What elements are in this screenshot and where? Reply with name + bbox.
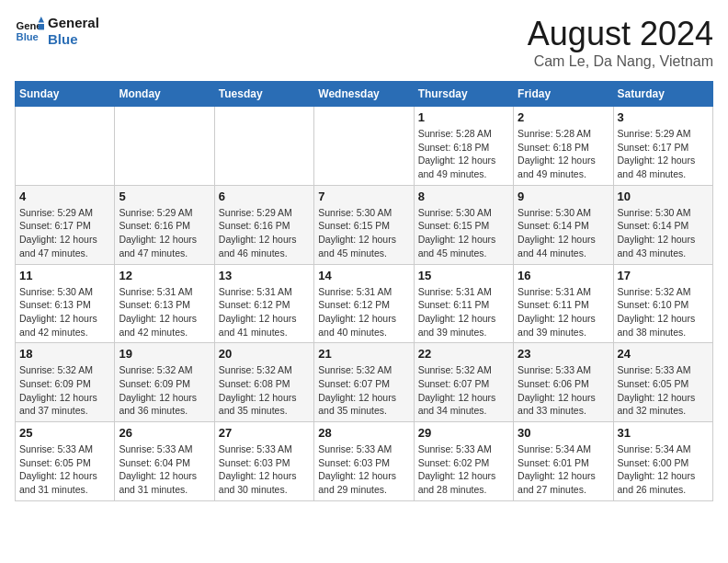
day-info: Sunrise: 5:32 AM Sunset: 6:10 PM Dayligh…: [618, 285, 709, 339]
day-info: Sunrise: 5:31 AM Sunset: 6:12 PM Dayligh…: [318, 285, 409, 339]
day-number: 13: [219, 269, 310, 282]
day-info: Sunrise: 5:31 AM Sunset: 6:13 PM Dayligh…: [119, 285, 210, 339]
week-row-5: 25Sunrise: 5:33 AM Sunset: 6:05 PM Dayli…: [16, 422, 713, 501]
day-number: 14: [318, 269, 409, 282]
day-number: 19: [119, 347, 210, 361]
day-number: 7: [318, 190, 409, 203]
weekday-header-saturday: Saturday: [613, 82, 712, 107]
calendar-cell: 24Sunrise: 5:33 AM Sunset: 6:05 PM Dayli…: [613, 343, 712, 422]
calendar-cell: 15Sunrise: 5:31 AM Sunset: 6:11 PM Dayli…: [414, 264, 513, 343]
day-number: 26: [119, 426, 210, 440]
title-area: August 2024 Cam Le, Da Nang, Vietnam: [528, 15, 713, 70]
calendar-cell: 20Sunrise: 5:32 AM Sunset: 6:08 PM Dayli…: [214, 343, 313, 422]
day-number: 4: [19, 190, 110, 203]
day-number: 2: [518, 110, 609, 124]
day-number: 24: [618, 347, 709, 361]
week-row-3: 11Sunrise: 5:30 AM Sunset: 6:13 PM Dayli…: [16, 264, 713, 343]
day-info: Sunrise: 5:34 AM Sunset: 6:01 PM Dayligh…: [518, 442, 609, 497]
day-info: Sunrise: 5:28 AM Sunset: 6:18 PM Dayligh…: [418, 127, 509, 181]
calendar-cell: 10Sunrise: 5:30 AM Sunset: 6:14 PM Dayli…: [613, 185, 712, 264]
day-info: Sunrise: 5:31 AM Sunset: 6:12 PM Dayligh…: [219, 285, 310, 339]
svg-text:Blue: Blue: [17, 31, 39, 42]
svg-marker-2: [39, 17, 44, 22]
day-info: Sunrise: 5:33 AM Sunset: 6:05 PM Dayligh…: [19, 442, 110, 497]
day-info: Sunrise: 5:31 AM Sunset: 6:11 PM Dayligh…: [418, 285, 509, 339]
calendar-cell: 5Sunrise: 5:29 AM Sunset: 6:16 PM Daylig…: [115, 185, 214, 264]
day-number: 9: [518, 190, 609, 203]
weekday-header-tuesday: Tuesday: [214, 82, 313, 107]
day-number: 8: [418, 190, 509, 203]
day-info: Sunrise: 5:30 AM Sunset: 6:15 PM Dayligh…: [418, 206, 509, 260]
calendar-cell: 31Sunrise: 5:34 AM Sunset: 6:00 PM Dayli…: [613, 422, 712, 501]
calendar-cell: 16Sunrise: 5:31 AM Sunset: 6:11 PM Dayli…: [514, 264, 613, 343]
calendar-cell: 7Sunrise: 5:30 AM Sunset: 6:15 PM Daylig…: [314, 185, 414, 264]
calendar-cell: 1Sunrise: 5:28 AM Sunset: 6:18 PM Daylig…: [414, 107, 513, 186]
day-number: 20: [219, 347, 310, 361]
calendar-cell: 21Sunrise: 5:32 AM Sunset: 6:07 PM Dayli…: [314, 343, 414, 422]
weekday-header-friday: Friday: [514, 82, 613, 107]
calendar-cell: 9Sunrise: 5:30 AM Sunset: 6:14 PM Daylig…: [514, 185, 613, 264]
day-info: Sunrise: 5:33 AM Sunset: 6:02 PM Dayligh…: [418, 442, 509, 497]
day-info: Sunrise: 5:31 AM Sunset: 6:11 PM Dayligh…: [518, 285, 609, 339]
day-info: Sunrise: 5:33 AM Sunset: 6:03 PM Dayligh…: [219, 442, 310, 497]
weekday-header-monday: Monday: [115, 82, 214, 107]
week-row-1: 1Sunrise: 5:28 AM Sunset: 6:18 PM Daylig…: [16, 107, 713, 186]
day-info: Sunrise: 5:33 AM Sunset: 6:03 PM Dayligh…: [318, 442, 409, 497]
calendar-cell: 25Sunrise: 5:33 AM Sunset: 6:05 PM Dayli…: [16, 422, 115, 501]
main-title: August 2024: [528, 15, 713, 53]
day-number: 22: [418, 347, 509, 361]
day-info: Sunrise: 5:30 AM Sunset: 6:14 PM Dayligh…: [518, 206, 609, 260]
day-number: 21: [318, 347, 409, 361]
day-number: 31: [618, 426, 709, 440]
calendar-cell: 14Sunrise: 5:31 AM Sunset: 6:12 PM Dayli…: [314, 264, 414, 343]
calendar-cell: 22Sunrise: 5:32 AM Sunset: 6:07 PM Dayli…: [414, 343, 513, 422]
day-info: Sunrise: 5:29 AM Sunset: 6:17 PM Dayligh…: [19, 206, 110, 260]
day-info: Sunrise: 5:33 AM Sunset: 6:06 PM Dayligh…: [518, 363, 609, 418]
day-info: Sunrise: 5:33 AM Sunset: 6:05 PM Dayligh…: [618, 363, 709, 418]
day-number: 15: [418, 269, 509, 282]
week-row-4: 18Sunrise: 5:32 AM Sunset: 6:09 PM Dayli…: [16, 343, 713, 422]
logo-blue: Blue: [48, 31, 99, 48]
calendar-cell: 26Sunrise: 5:33 AM Sunset: 6:04 PM Dayli…: [115, 422, 214, 501]
calendar-cell: 18Sunrise: 5:32 AM Sunset: 6:09 PM Dayli…: [16, 343, 115, 422]
day-number: 10: [618, 190, 709, 203]
subtitle: Cam Le, Da Nang, Vietnam: [528, 53, 713, 70]
day-number: 16: [518, 269, 609, 282]
calendar-cell: 27Sunrise: 5:33 AM Sunset: 6:03 PM Dayli…: [214, 422, 313, 501]
day-number: 6: [219, 190, 310, 203]
calendar-cell: 23Sunrise: 5:33 AM Sunset: 6:06 PM Dayli…: [514, 343, 613, 422]
week-row-2: 4Sunrise: 5:29 AM Sunset: 6:17 PM Daylig…: [16, 185, 713, 264]
calendar-cell: [314, 107, 414, 186]
calendar-cell: 2Sunrise: 5:28 AM Sunset: 6:18 PM Daylig…: [514, 107, 613, 186]
calendar-cell: 29Sunrise: 5:33 AM Sunset: 6:02 PM Dayli…: [414, 422, 513, 501]
day-number: 17: [618, 269, 709, 282]
calendar-cell: 6Sunrise: 5:29 AM Sunset: 6:16 PM Daylig…: [214, 185, 313, 264]
weekday-header-sunday: Sunday: [16, 82, 115, 107]
day-info: Sunrise: 5:33 AM Sunset: 6:04 PM Dayligh…: [119, 442, 210, 497]
day-number: 3: [618, 110, 709, 124]
calendar-cell: 28Sunrise: 5:33 AM Sunset: 6:03 PM Dayli…: [314, 422, 414, 501]
day-info: Sunrise: 5:32 AM Sunset: 6:09 PM Dayligh…: [119, 363, 210, 418]
day-info: Sunrise: 5:32 AM Sunset: 6:09 PM Dayligh…: [19, 363, 110, 418]
day-number: 27: [219, 426, 310, 440]
logo: General Blue General Blue: [15, 15, 99, 48]
day-number: 18: [19, 347, 110, 361]
day-info: Sunrise: 5:32 AM Sunset: 6:07 PM Dayligh…: [418, 363, 509, 418]
day-number: 1: [418, 110, 509, 124]
day-info: Sunrise: 5:30 AM Sunset: 6:13 PM Dayligh…: [19, 285, 110, 339]
day-info: Sunrise: 5:29 AM Sunset: 6:16 PM Dayligh…: [119, 206, 210, 260]
calendar-cell: 30Sunrise: 5:34 AM Sunset: 6:01 PM Dayli…: [514, 422, 613, 501]
day-info: Sunrise: 5:34 AM Sunset: 6:00 PM Dayligh…: [618, 442, 709, 497]
weekday-header-thursday: Thursday: [414, 82, 513, 107]
calendar-cell: [214, 107, 313, 186]
weekday-header-wednesday: Wednesday: [314, 82, 414, 107]
calendar-cell: 8Sunrise: 5:30 AM Sunset: 6:15 PM Daylig…: [414, 185, 513, 264]
calendar-cell: 11Sunrise: 5:30 AM Sunset: 6:13 PM Dayli…: [16, 264, 115, 343]
header: General Blue General Blue August 2024 Ca…: [15, 15, 713, 70]
day-number: 29: [418, 426, 509, 440]
day-number: 5: [119, 190, 210, 203]
calendar-cell: 19Sunrise: 5:32 AM Sunset: 6:09 PM Dayli…: [115, 343, 214, 422]
day-number: 12: [119, 269, 210, 282]
day-info: Sunrise: 5:30 AM Sunset: 6:14 PM Dayligh…: [618, 206, 709, 260]
day-info: Sunrise: 5:28 AM Sunset: 6:18 PM Dayligh…: [518, 127, 609, 181]
